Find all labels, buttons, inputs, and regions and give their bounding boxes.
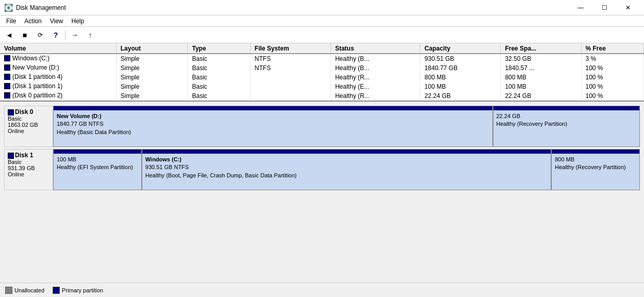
partition-body: 100 MBHealthy (EFI System Partition) — [54, 154, 141, 190]
table-cell: 22.24 GB — [420, 91, 501, 101]
toolbar-stop-button[interactable]: ■ — [18, 28, 32, 42]
legend-unallocated-label: Unallocated — [14, 287, 44, 293]
table-cell: New Volume (D:) — [0, 63, 116, 73]
table-row[interactable]: (Disk 0 partition 2)SimpleBasicHealthy (… — [0, 91, 644, 101]
disk-label-1: Disk 1 Basic 931.39 GB Online — [4, 149, 53, 190]
disk-status: Online — [8, 128, 49, 134]
legend-bar: Unallocated Primary partition — [0, 283, 644, 297]
table-cell: Basic — [188, 82, 250, 91]
disk-partitions-0: New Volume (D:)1840.77 GB NTFSHealthy (B… — [53, 106, 640, 147]
table-cell: 22.24 GB — [501, 91, 581, 101]
maximize-button[interactable]: ☐ — [592, 0, 616, 15]
col-type[interactable]: Type — [188, 43, 250, 54]
toolbar-up-button[interactable]: ↑ — [83, 28, 97, 42]
table-cell: Basic — [188, 54, 250, 63]
table-row[interactable]: New Volume (D:)SimpleBasicNTFSHealthy (B… — [0, 63, 644, 73]
partition-body: 22.24 GBHealthy (Recovery Partition) — [493, 110, 640, 146]
main-area: Volume Layout Type File System Status Ca… — [0, 43, 644, 297]
partition-status: Healthy (Recovery Partition) — [555, 163, 636, 171]
table-cell: Healthy (B... — [331, 54, 420, 63]
partition-size: 100 MB — [57, 156, 138, 163]
partition-body: 800 MBHealthy (Recovery Partition) — [552, 154, 639, 190]
disk-type: Basic — [8, 159, 49, 165]
partition-header — [54, 150, 141, 154]
table-row[interactable]: (Disk 1 partition 1)SimpleBasicHealthy (… — [0, 82, 644, 91]
table-cell: 800 MB — [420, 73, 501, 82]
disk-type: Basic — [8, 116, 49, 122]
menu-bar: File Action View Help — [0, 15, 644, 27]
disk-row-0: Disk 0 Basic 1863.02 GB Online New Volum… — [4, 106, 640, 147]
partition-0-1[interactable]: 22.24 GBHealthy (Recovery Partition) — [493, 106, 640, 146]
legend-unallocated-box — [5, 287, 12, 294]
menu-help[interactable]: Help — [68, 16, 89, 26]
table-cell: (Disk 1 partition 1) — [0, 82, 116, 91]
disk-map-area: Disk 0 Basic 1863.02 GB Online New Volum… — [0, 102, 644, 297]
table-row[interactable]: (Disk 1 partition 4)SimpleBasicHealthy (… — [0, 73, 644, 82]
table-cell: 32.50 GB — [501, 54, 581, 63]
toolbar-forward-button[interactable]: → — [68, 28, 82, 42]
col-capacity[interactable]: Capacity — [420, 43, 501, 54]
partition-body: New Volume (D:)1840.77 GB NTFSHealthy (B… — [54, 110, 492, 146]
table-cell: Healthy (R... — [331, 73, 420, 82]
partition-header — [493, 106, 640, 110]
col-layout[interactable]: Layout — [116, 43, 188, 54]
partition-size: 930.51 GB NTFS — [145, 163, 548, 171]
partition-size: 22.24 GB — [497, 112, 637, 120]
disk-row-1: Disk 1 Basic 931.39 GB Online 100 MBHeal… — [4, 149, 640, 190]
table-cell: 100 % — [581, 82, 643, 91]
title-bar-controls: — ☐ ✕ — [569, 0, 640, 15]
table-cell: (Disk 1 partition 4) — [0, 73, 116, 82]
disk-size: 1863.02 GB — [8, 122, 49, 128]
toolbar-help-button[interactable]: ? — [48, 28, 63, 42]
app-icon: 💽 — [4, 4, 13, 12]
col-filesystem[interactable]: File System — [250, 43, 331, 54]
partition-0-0[interactable]: New Volume (D:)1840.77 GB NTFSHealthy (B… — [54, 106, 493, 146]
table-cell: Basic — [188, 91, 250, 101]
table-cell: 100 MB — [420, 82, 501, 91]
partition-header — [54, 106, 492, 110]
title-bar-title: Disk Management — [16, 4, 66, 11]
table-cell: 1840.57 ... — [501, 63, 581, 73]
volume-table: Volume Layout Type File System Status Ca… — [0, 43, 644, 101]
partition-status: Healthy (Basic Data Partition) — [57, 128, 489, 136]
partition-size: 1840.77 GB NTFS — [57, 120, 489, 128]
table-row[interactable]: Windows (C:)SimpleBasicNTFSHealthy (B...… — [0, 54, 644, 63]
partition-name: New Volume (D:) — [57, 112, 489, 120]
toolbar-back-button[interactable]: ◄ — [2, 28, 16, 42]
partition-name: Windows (C:) — [145, 156, 548, 163]
menu-file[interactable]: File — [2, 16, 20, 26]
table-cell: Simple — [116, 73, 188, 82]
toolbar-refresh-button[interactable]: ⟳ — [33, 28, 47, 42]
menu-action[interactable]: Action — [20, 16, 45, 26]
table-cell: NTFS — [250, 63, 331, 73]
partition-1-2[interactable]: 800 MBHealthy (Recovery Partition) — [552, 150, 639, 190]
volume-table-area: Volume Layout Type File System Status Ca… — [0, 43, 644, 102]
partition-1-0[interactable]: 100 MBHealthy (EFI System Partition) — [54, 150, 142, 190]
partition-status: Healthy (Recovery Partition) — [497, 120, 637, 128]
partition-body: Windows (C:)930.51 GB NTFSHealthy (Boot,… — [142, 154, 551, 190]
disk-name: Disk 0 — [8, 108, 49, 116]
col-volume[interactable]: Volume — [0, 43, 116, 54]
title-bar: 💽 Disk Management — ☐ ✕ — [0, 0, 644, 15]
table-cell — [250, 91, 331, 101]
col-status[interactable]: Status — [331, 43, 420, 54]
table-cell: Basic — [188, 63, 250, 73]
partition-1-1[interactable]: Windows (C:)930.51 GB NTFSHealthy (Boot,… — [142, 150, 552, 190]
col-freespace[interactable]: Free Spa... — [501, 43, 581, 54]
table-cell: Windows (C:) — [0, 54, 116, 63]
table-cell: NTFS — [250, 54, 331, 63]
table-cell — [250, 73, 331, 82]
table-cell: 100 MB — [501, 82, 581, 91]
close-button[interactable]: ✕ — [616, 0, 640, 15]
table-cell: Simple — [116, 63, 188, 73]
table-cell: Healthy (R... — [331, 91, 420, 101]
table-cell: Simple — [116, 82, 188, 91]
disk-name: Disk 1 — [8, 152, 49, 159]
partition-status: Healthy (EFI System Partition) — [57, 163, 138, 171]
col-pctfree[interactable]: % Free — [581, 43, 643, 54]
table-cell: 100 % — [581, 91, 643, 101]
table-cell — [250, 82, 331, 91]
table-cell: Simple — [116, 91, 188, 101]
minimize-button[interactable]: — — [569, 0, 592, 15]
menu-view[interactable]: View — [46, 16, 68, 26]
